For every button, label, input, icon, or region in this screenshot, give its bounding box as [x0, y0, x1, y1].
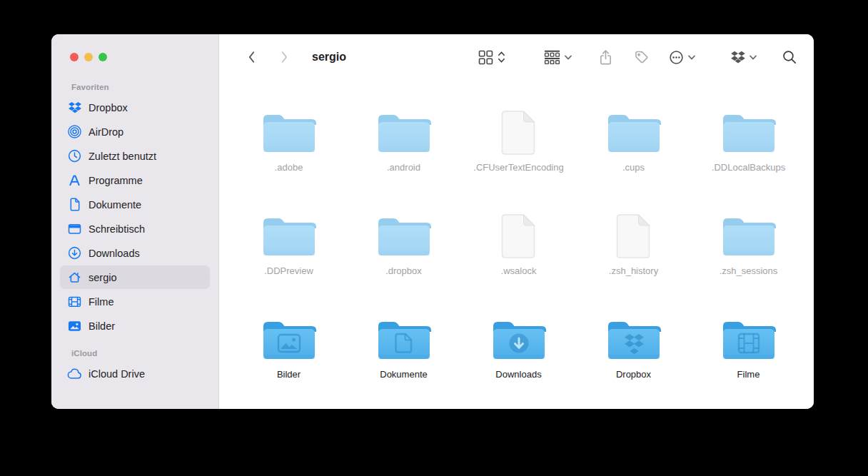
desktop-icon	[67, 221, 82, 236]
grid-item-label: Dropbox	[616, 368, 651, 381]
sidebar: Favoriten Dropbox AirDrop Zuletzt benutz…	[51, 34, 219, 409]
forward-button[interactable]	[275, 48, 293, 66]
sidebar-item-recents[interactable]: Zuletzt benutzt	[60, 144, 210, 168]
sidebar-item-pictures[interactable]: Bilder	[60, 314, 210, 338]
sidebar-item-label: Filme	[89, 296, 113, 308]
grid-item-label: .CFUserTextEncoding	[473, 161, 563, 174]
document-icon	[67, 197, 82, 212]
folder-icon	[720, 212, 778, 259]
film-icon	[67, 294, 82, 309]
grid-item-cfusertextencoding[interactable]: .CFUserTextEncoding	[461, 108, 576, 212]
main-area: sergio	[219, 34, 814, 409]
folder-icon	[720, 108, 778, 156]
grid-item-cups[interactable]: .cups	[576, 108, 691, 212]
folder-icon	[260, 212, 318, 259]
sidebar-item-label: Programme	[89, 175, 143, 186]
folder-icon	[260, 108, 318, 156]
window-title: sergio	[312, 51, 346, 64]
close-button[interactable]	[70, 53, 79, 61]
grid-item-ddlocalbackups[interactable]: .DDLocalBackups	[691, 108, 806, 212]
search-icon	[782, 50, 797, 64]
grid-item-label: .wsalock	[501, 265, 537, 278]
file-icon	[500, 108, 538, 156]
grid-item-filme[interactable]: Filme	[691, 315, 806, 409]
group-by-icon	[544, 50, 560, 64]
sidebar-item-label: Schreibtisch	[89, 223, 145, 235]
sidebar-item-dropbox[interactable]: Dropbox	[60, 96, 210, 119]
file-icon	[500, 212, 538, 259]
minimize-button[interactable]	[84, 53, 93, 61]
dropbox-toolbar-icon	[731, 51, 745, 64]
sidebar-item-label: Dokumente	[89, 199, 141, 211]
zoom-button[interactable]	[99, 53, 107, 61]
dropbox-folder-icon	[605, 315, 663, 363]
cloud-icon	[67, 366, 82, 381]
chevron-down-icon	[750, 55, 757, 60]
movies-folder-icon	[720, 315, 778, 363]
grid-item-dropbox-hidden[interactable]: .dropbox	[346, 212, 461, 315]
grid-item-label: Bilder	[277, 368, 301, 381]
grid-item-ddpreview[interactable]: .DDPreview	[231, 212, 346, 315]
grid-item-label: .zsh_history	[609, 265, 658, 278]
window-controls	[70, 53, 218, 61]
search-button[interactable]	[782, 50, 797, 64]
view-switcher-button[interactable]	[478, 50, 505, 65]
sidebar-item-label: Bilder	[89, 320, 115, 332]
download-icon	[67, 245, 82, 260]
sidebar-item-icloud-drive[interactable]: iCloud Drive	[60, 362, 210, 385]
grid-item-label: .dropbox	[385, 265, 422, 278]
file-grid: .adobe .android .CFUserTextEncoding .cup…	[219, 80, 814, 409]
chevron-down-icon	[688, 55, 695, 60]
grid-item-label: Filme	[737, 368, 760, 381]
more-actions-button[interactable]	[669, 50, 695, 65]
file-icon	[615, 212, 652, 259]
toolbar: sergio	[219, 34, 814, 80]
sidebar-section-favorites: Favoriten	[71, 83, 218, 91]
grid-item-zsh-sessions[interactable]: .zsh_sessions	[691, 212, 806, 315]
chevron-up-down-icon	[498, 50, 505, 64]
back-button[interactable]	[242, 48, 261, 66]
documents-folder-icon	[375, 315, 433, 363]
pictures-folder-icon	[260, 315, 318, 363]
grid-item-dokumente[interactable]: Dokumente	[346, 315, 461, 409]
airdrop-icon	[67, 124, 82, 139]
tags-button[interactable]	[634, 50, 649, 65]
downloads-folder-icon	[490, 315, 548, 363]
grid-item-android[interactable]: .android	[346, 108, 461, 212]
folder-icon	[375, 212, 433, 259]
grid-item-label: .zsh_sessions	[720, 265, 778, 278]
sidebar-item-documents[interactable]: Dokumente	[60, 193, 210, 216]
grid-item-bilder[interactable]: Bilder	[231, 315, 346, 409]
dropbox-icon	[67, 100, 82, 115]
grid-item-label: Downloads	[495, 368, 541, 381]
folder-icon	[605, 108, 663, 156]
sidebar-item-desktop[interactable]: Schreibtisch	[60, 217, 210, 240]
grid-item-zsh-history[interactable]: .zsh_history	[576, 212, 691, 315]
clock-icon	[67, 148, 82, 163]
folder-icon	[375, 108, 433, 156]
share-icon	[599, 49, 612, 66]
share-button[interactable]	[599, 49, 612, 66]
chevron-down-icon	[565, 55, 572, 60]
sidebar-item-home-sergio[interactable]: sergio	[60, 265, 210, 289]
grid-item-wsalock[interactable]: .wsalock	[461, 212, 576, 315]
sidebar-item-movies[interactable]: Filme	[60, 290, 210, 313]
sidebar-item-label: Downloads	[89, 248, 140, 259]
grid-item-label: .DDLocalBackups	[712, 161, 785, 174]
grid-item-label: .cups	[622, 161, 645, 174]
sidebar-item-label: iCloud Drive	[89, 368, 145, 380]
sidebar-section-icloud: iCloud	[71, 349, 218, 358]
dropbox-status-button[interactable]	[731, 51, 757, 64]
sidebar-item-airdrop[interactable]: AirDrop	[60, 120, 210, 143]
grid-item-downloads[interactable]: Downloads	[461, 315, 576, 409]
finder-window: Favoriten Dropbox AirDrop Zuletzt benutz…	[51, 34, 814, 409]
sidebar-item-downloads[interactable]: Downloads	[60, 241, 210, 265]
grid-item-dropbox[interactable]: Dropbox	[576, 315, 691, 409]
sidebar-item-applications[interactable]: Programme	[60, 168, 210, 192]
grid-item-label: .android	[387, 161, 420, 174]
ellipsis-circle-icon	[669, 50, 684, 65]
group-by-button[interactable]	[544, 50, 572, 64]
grid-item-adobe[interactable]: .adobe	[231, 108, 346, 212]
sidebar-item-label: sergio	[89, 272, 117, 283]
home-icon	[67, 270, 82, 285]
